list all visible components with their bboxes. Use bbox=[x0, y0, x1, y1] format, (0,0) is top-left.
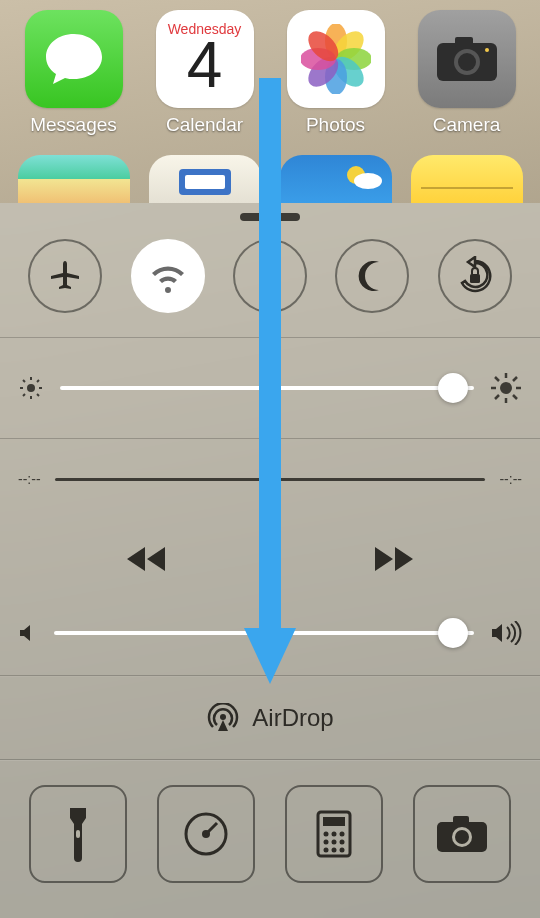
app-partial[interactable] bbox=[18, 155, 130, 203]
svg-rect-40 bbox=[323, 817, 345, 826]
media-remaining: --:-- bbox=[499, 471, 522, 487]
svg-point-44 bbox=[324, 840, 329, 845]
flashlight-icon bbox=[67, 806, 89, 862]
svg-line-30 bbox=[495, 377, 499, 381]
airdrop-label: AirDrop bbox=[252, 704, 333, 732]
volume-slider-thumb[interactable] bbox=[438, 618, 468, 648]
svg-point-46 bbox=[340, 840, 345, 845]
svg-point-14 bbox=[354, 173, 382, 189]
fast-forward-button[interactable] bbox=[373, 545, 415, 573]
volume-row bbox=[18, 621, 522, 645]
airplane-icon bbox=[47, 258, 83, 294]
app-messages[interactable]: Messages bbox=[14, 10, 134, 136]
volume-high-icon bbox=[490, 621, 522, 645]
calculator-button[interactable] bbox=[285, 785, 383, 883]
camera-quick-icon bbox=[435, 814, 489, 854]
bluetooth-toggle[interactable] bbox=[233, 239, 307, 313]
svg-line-23 bbox=[23, 394, 25, 396]
svg-point-11 bbox=[458, 53, 476, 71]
svg-line-21 bbox=[23, 380, 25, 382]
airdrop-button[interactable]: AirDrop bbox=[0, 676, 540, 760]
grabber-handle[interactable] bbox=[240, 213, 300, 221]
svg-line-31 bbox=[513, 395, 517, 399]
messages-icon bbox=[25, 10, 123, 108]
toggles-row bbox=[0, 233, 540, 338]
svg-rect-35 bbox=[76, 830, 80, 838]
app-label: Calendar bbox=[166, 114, 243, 136]
bluetooth-icon bbox=[259, 258, 281, 294]
calendar-day-number: 4 bbox=[187, 33, 223, 97]
brightness-slider-thumb[interactable] bbox=[438, 373, 468, 403]
media-transport-controls bbox=[18, 545, 522, 575]
app-label: Camera bbox=[433, 114, 501, 136]
svg-point-47 bbox=[324, 848, 329, 853]
svg-rect-51 bbox=[453, 816, 469, 825]
svg-rect-9 bbox=[455, 37, 473, 47]
svg-rect-15 bbox=[470, 274, 480, 283]
svg-point-12 bbox=[485, 48, 489, 52]
svg-point-48 bbox=[332, 848, 337, 853]
svg-line-24 bbox=[37, 380, 39, 382]
svg-line-32 bbox=[495, 395, 499, 399]
media-scrubber[interactable] bbox=[55, 478, 486, 481]
svg-line-38 bbox=[206, 823, 217, 834]
camera-icon bbox=[418, 10, 516, 108]
camera-button[interactable] bbox=[413, 785, 511, 883]
svg-line-22 bbox=[37, 394, 39, 396]
brightness-slider[interactable] bbox=[60, 386, 474, 390]
app-partial[interactable] bbox=[411, 155, 523, 203]
svg-point-41 bbox=[324, 832, 329, 837]
rotation-lock-icon bbox=[455, 256, 495, 296]
do-not-disturb-toggle[interactable] bbox=[335, 239, 409, 313]
svg-line-33 bbox=[513, 377, 517, 381]
control-center-panel: --:-- --:-- AirDrop bbox=[0, 203, 540, 918]
calendar-icon: Wednesday 4 bbox=[156, 10, 254, 108]
app-label: Photos bbox=[306, 114, 365, 136]
photos-icon bbox=[287, 10, 385, 108]
flashlight-button[interactable] bbox=[29, 785, 127, 883]
timer-button[interactable] bbox=[157, 785, 255, 883]
wifi-icon bbox=[148, 259, 188, 293]
home-apps-row-2 bbox=[0, 155, 540, 203]
app-partial[interactable] bbox=[280, 155, 392, 203]
svg-point-49 bbox=[340, 848, 345, 853]
brightness-low-icon bbox=[18, 375, 44, 401]
orientation-lock-toggle[interactable] bbox=[438, 239, 512, 313]
volume-slider[interactable] bbox=[54, 631, 474, 635]
svg-point-43 bbox=[340, 832, 345, 837]
media-controls-section: --:-- --:-- bbox=[0, 439, 540, 676]
wifi-toggle[interactable] bbox=[131, 239, 205, 313]
svg-point-53 bbox=[455, 830, 469, 844]
app-photos[interactable]: Photos bbox=[276, 10, 396, 136]
media-scrubber-row: --:-- --:-- bbox=[18, 471, 522, 487]
svg-point-25 bbox=[500, 382, 512, 394]
app-camera[interactable]: Camera bbox=[407, 10, 527, 136]
app-calendar[interactable]: Wednesday 4 Calendar bbox=[145, 10, 265, 136]
rewind-button[interactable] bbox=[125, 545, 167, 573]
app-partial[interactable] bbox=[149, 155, 261, 203]
svg-point-45 bbox=[332, 840, 337, 845]
calculator-icon bbox=[316, 810, 352, 858]
brightness-row bbox=[0, 338, 540, 439]
home-apps-row: Messages Wednesday 4 Calendar bbox=[0, 0, 540, 136]
svg-point-34 bbox=[220, 714, 226, 720]
airdrop-icon bbox=[206, 703, 240, 733]
quick-launch-row bbox=[0, 760, 540, 917]
play-button[interactable] bbox=[257, 545, 283, 575]
timer-icon bbox=[181, 809, 231, 859]
volume-low-icon bbox=[18, 623, 38, 643]
moon-icon bbox=[355, 259, 389, 293]
brightness-high-icon bbox=[490, 372, 522, 404]
svg-point-42 bbox=[332, 832, 337, 837]
airplane-mode-toggle[interactable] bbox=[28, 239, 102, 313]
app-label: Messages bbox=[30, 114, 117, 136]
svg-point-16 bbox=[27, 384, 35, 392]
media-elapsed: --:-- bbox=[18, 471, 41, 487]
